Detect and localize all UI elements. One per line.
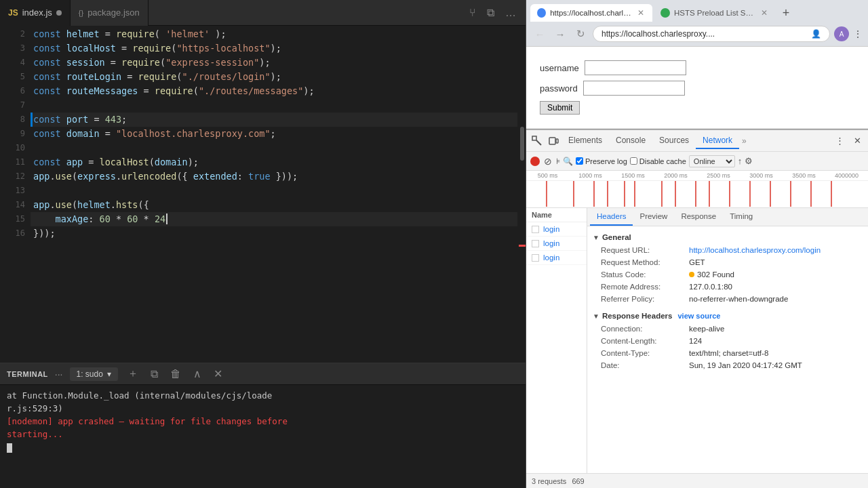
terminal-dropdown[interactable]: 1: sudo ▾ xyxy=(70,367,118,381)
referrer-policy-row: Referrer Policy: no-referrer-when-downgr… xyxy=(587,293,868,305)
browser-tab-hsts-close-icon[interactable]: ✕ xyxy=(760,8,769,18)
code-line: app.use(helmet.hsts({ xyxy=(31,198,517,212)
terminal-content[interactable]: at Function.Module._load (internal/modul… xyxy=(0,385,526,488)
detail-tab-preview[interactable]: Preview xyxy=(633,208,674,226)
request-url-row: Request URL: http://localhost.charlespro… xyxy=(587,244,868,256)
request-item-login-2[interactable]: login xyxy=(526,237,587,251)
record-button[interactable] xyxy=(530,157,540,166)
inspect-element-button[interactable] xyxy=(529,133,545,149)
detail-tab-timing[interactable]: Timing xyxy=(723,208,760,226)
status-code-key: Status Code: xyxy=(601,270,689,279)
submit-button[interactable]: Submit xyxy=(540,101,580,115)
throttle-select[interactable]: Online Fast 3G Slow 3G xyxy=(689,155,735,167)
js-icon: JS xyxy=(8,8,18,18)
browser-addressbar: ← → ↻ https://localhost.charlesproxy....… xyxy=(526,22,868,46)
browser-menu-button[interactable]: ⋮ xyxy=(853,28,863,39)
code-content[interactable]: const helmet = require( 'helmet' ); cons… xyxy=(31,26,517,363)
request-url-value: http://localhost.charlesproxy.com/login xyxy=(689,246,863,254)
preserve-log-label[interactable]: Preserve log xyxy=(576,157,627,165)
filter-icon: ⊧ xyxy=(556,157,560,166)
request-checkbox-1 xyxy=(532,226,539,233)
reload-button[interactable]: ↻ xyxy=(572,26,589,42)
browser-webpage-content: username password Submit xyxy=(526,47,868,129)
request-method-key: Request Method: xyxy=(601,258,689,266)
browser-tab-close-icon[interactable]: ✕ xyxy=(637,8,646,18)
referrer-policy-key: Referrer Policy: xyxy=(601,295,689,303)
disable-cache-text: Disable cache xyxy=(639,157,686,165)
more-icon[interactable]: … xyxy=(502,5,519,20)
address-bar-icons: 👤 xyxy=(811,29,821,39)
username-input[interactable] xyxy=(585,60,686,75)
back-button[interactable]: ← xyxy=(532,26,548,42)
devtools-more-tabs[interactable]: » xyxy=(739,136,749,146)
detail-tab-response[interactable]: Response xyxy=(674,208,723,226)
timeline-label: 1000 ms xyxy=(569,172,612,179)
code-line-cursor: maxAge: 60 * 60 * 24 xyxy=(31,212,517,226)
editor-scrollbar[interactable] xyxy=(517,26,526,363)
terminal-close-button[interactable]: ✕ xyxy=(211,367,225,380)
password-input[interactable] xyxy=(583,81,685,96)
section-collapse-icon-2: ▼ xyxy=(593,312,599,320)
network-settings-button[interactable]: ⚙ xyxy=(745,156,753,166)
branch-icon[interactable]: ⑂ xyxy=(467,5,479,20)
preserve-log-checkbox[interactable] xyxy=(576,157,583,165)
search-button[interactable]: 🔍 xyxy=(563,157,573,166)
network-panel: Name login login login xyxy=(526,208,868,473)
devtools-tab-elements[interactable]: Elements xyxy=(561,133,609,149)
devtools-tab-network[interactable]: Network xyxy=(696,133,739,149)
devtools-tab-sources[interactable]: Sources xyxy=(652,133,696,149)
forward-button[interactable]: → xyxy=(552,26,568,42)
devtools-settings-button[interactable]: ⋮ xyxy=(831,133,848,149)
code-editor[interactable]: 23456 7891011 1213141516 const helmet = … xyxy=(0,26,526,363)
terminal-cursor-line xyxy=(7,441,519,453)
disable-cache-checkbox[interactable] xyxy=(630,157,637,165)
code-line: const helmet = require( 'helmet' ); xyxy=(31,27,517,41)
browser-tab-localhost[interactable]: https://localhost.charles... ✕ xyxy=(530,4,652,22)
address-bar[interactable]: https://localhost.charlesproxy.... 👤 xyxy=(593,26,830,42)
devtools-tab-console[interactable]: Console xyxy=(609,133,652,149)
timeline-label: 500 ms xyxy=(526,172,569,179)
username-label: username xyxy=(540,63,579,73)
profile-avatar[interactable]: A xyxy=(834,26,849,41)
content-length-value: 124 xyxy=(689,337,863,345)
view-source-link[interactable]: view source xyxy=(677,312,720,320)
form-password-row: password xyxy=(540,81,685,96)
general-section-title: General xyxy=(602,233,631,241)
section-collapse-icon: ▼ xyxy=(593,234,599,241)
response-headers-section-header[interactable]: ▼ Response Headers view source xyxy=(587,309,868,323)
general-section-header[interactable]: ▼ General xyxy=(587,230,868,244)
referrer-policy-value: no-referrer-when-downgrade xyxy=(689,295,863,303)
requests-count: 3 requests xyxy=(532,477,566,485)
terminal-error-line: [nodemon] app crashed – waiting for file… xyxy=(7,415,519,428)
clear-log-button[interactable]: ⊘ xyxy=(542,156,553,167)
detail-tab-headers[interactable]: Headers xyxy=(590,208,633,226)
request-list-header: Name xyxy=(526,208,587,222)
upload-button[interactable]: ↑ xyxy=(738,156,743,166)
request-item-login-1[interactable]: login xyxy=(526,222,587,237)
terminal-panel: TERMINAL ··· 1: sudo ▾ ＋ ⧉ 🗑 ∧ ✕ at Func… xyxy=(0,363,526,488)
terminal-more-button[interactable]: ··· xyxy=(55,369,63,380)
code-line: const session = require("express-session… xyxy=(31,56,517,70)
timeline-label: 4000000 xyxy=(825,172,868,179)
layout-icon[interactable]: ⧉ xyxy=(484,5,497,20)
request-list: Name login login login xyxy=(526,208,587,473)
tab-index-js[interactable]: JS index.js xyxy=(0,0,71,26)
browser-tab-hsts[interactable]: HSTS Preload List Subm... ✕ xyxy=(654,4,776,22)
devtools-close-button[interactable]: ✕ xyxy=(849,133,865,149)
timeline-label: 2500 ms xyxy=(697,172,740,179)
tab-package-json[interactable]: {} package.json xyxy=(71,0,149,26)
filter-button[interactable]: ⊧ xyxy=(556,157,560,166)
terminal-trash-button[interactable]: 🗑 xyxy=(167,368,184,380)
disable-cache-label[interactable]: Disable cache xyxy=(630,157,686,165)
device-toolbar-button[interactable] xyxy=(545,133,561,149)
new-tab-button[interactable]: + xyxy=(777,4,795,22)
general-section: ▼ General Request URL: http://localhost.… xyxy=(587,230,868,305)
request-name-3: login xyxy=(543,253,559,262)
request-item-login-3[interactable]: login xyxy=(526,251,587,265)
terminal-split-button[interactable]: ⧉ xyxy=(148,368,161,380)
terminal-add-button[interactable]: ＋ xyxy=(125,367,141,381)
terminal-up-button[interactable]: ∧ xyxy=(191,367,204,380)
browser-tab-localhost-label: https://localhost.charles... xyxy=(550,9,633,17)
error-gutter-mark xyxy=(519,245,526,247)
editor-panel: JS index.js {} package.json ⑂ ⧉ … 23456 … xyxy=(0,0,526,488)
